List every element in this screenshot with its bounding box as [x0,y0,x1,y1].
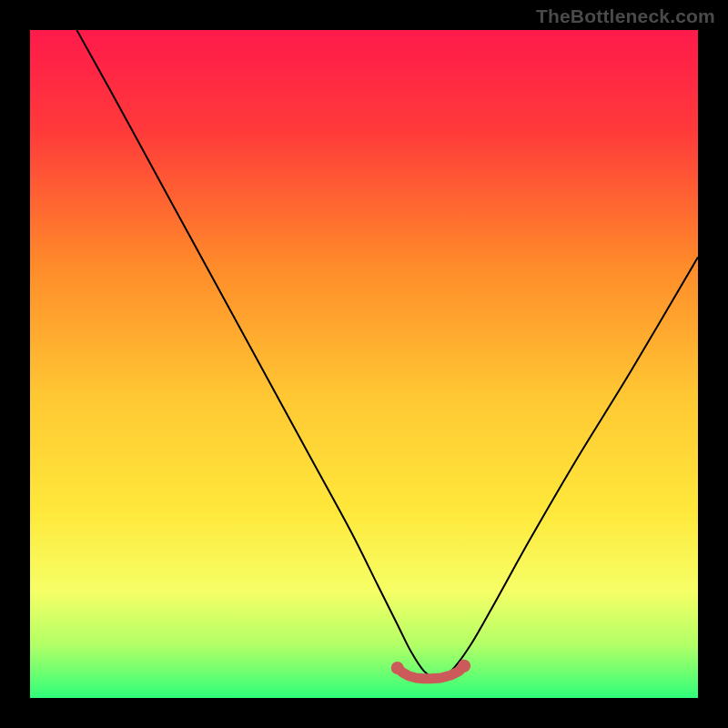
plot-area [30,30,698,698]
watermark-text: TheBottleneck.com [536,5,715,27]
gradient-background [30,30,698,698]
chart-svg [30,30,698,698]
bottom-highlight-endpoint [458,660,470,672]
bottom-highlight-endpoint [391,662,404,674]
chart-container: TheBottleneck.com [0,0,728,728]
